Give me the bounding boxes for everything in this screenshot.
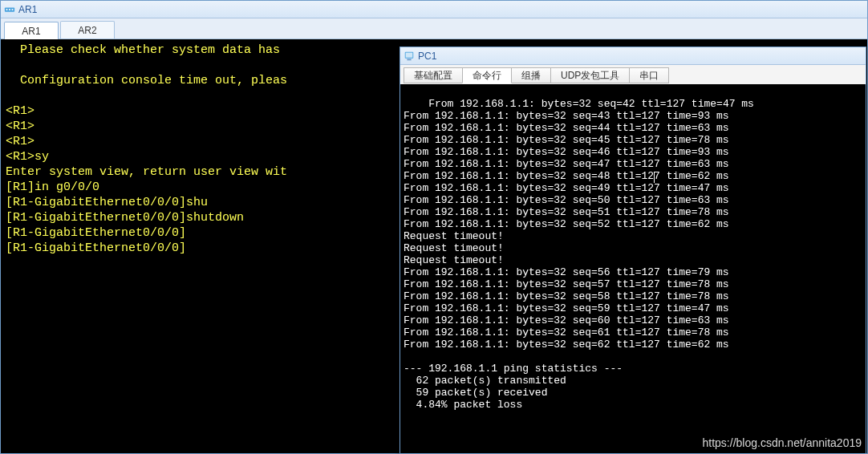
svg-rect-1	[6, 9, 8, 10]
ar1-titlebar[interactable]: AR1	[1, 1, 867, 18]
tab-cmdline[interactable]: 命令行	[462, 67, 512, 83]
svg-rect-6	[407, 59, 411, 60]
text-cursor	[654, 172, 655, 183]
svg-rect-3	[12, 9, 14, 10]
pc1-window: PC1 基础配置 命令行 组播 UDP发包工具 串口 From 192.168.…	[400, 47, 866, 454]
svg-rect-5	[406, 52, 413, 57]
pc1-terminal[interactable]: From 192.168.1.1: bytes=32 seq=42 ttl=12…	[400, 84, 866, 453]
router-icon	[4, 4, 15, 15]
tab-serial[interactable]: 串口	[629, 67, 669, 83]
pc1-titlebar[interactable]: PC1	[400, 47, 866, 65]
svg-rect-2	[9, 9, 10, 10]
tab-udp-tool[interactable]: UDP发包工具	[550, 67, 630, 83]
ar1-tabbar: AR1 AR2	[1, 18, 867, 39]
tab-multicast[interactable]: 组播	[511, 67, 551, 83]
tab-ar2[interactable]: AR2	[60, 21, 115, 39]
pc1-tabbar: 基础配置 命令行 组播 UDP发包工具 串口	[400, 65, 866, 84]
tab-basic-config[interactable]: 基础配置	[404, 67, 463, 83]
ar1-title: AR1	[18, 4, 37, 15]
pc1-title: PC1	[418, 51, 436, 62]
pc-icon	[404, 51, 415, 62]
tab-ar1[interactable]: AR1	[4, 22, 59, 39]
